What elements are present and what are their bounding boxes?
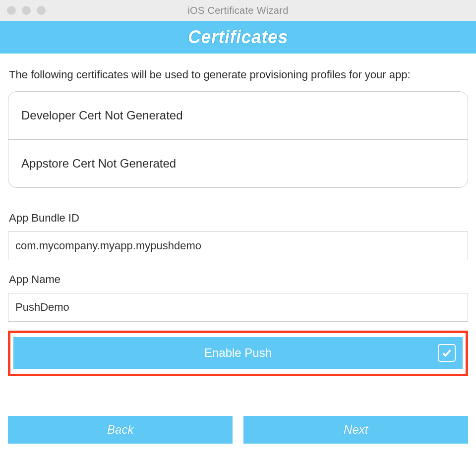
app-name-label: App Name [9, 273, 467, 286]
developer-cert-status: Developer Cert Not Generated [8, 92, 468, 139]
app-name-input[interactable] [8, 293, 468, 322]
checkbox-icon [438, 344, 456, 362]
back-button[interactable]: Back [8, 416, 233, 444]
bundle-id-input[interactable] [8, 231, 468, 260]
traffic-light-close[interactable] [7, 6, 16, 15]
certificates-list: Developer Cert Not Generated Appstore Ce… [8, 91, 468, 188]
page-title: Certificates [188, 27, 288, 48]
enable-push-label: Enable Push [204, 346, 272, 360]
next-button[interactable]: Next [243, 416, 468, 444]
intro-text: The following certificates will be used … [9, 68, 467, 81]
appstore-cert-status: Appstore Cert Not Generated [8, 139, 468, 187]
window-title: iOS Certificate Wizard [0, 5, 476, 16]
traffic-light-zoom[interactable] [37, 6, 46, 15]
bundle-id-label: App Bundle ID [9, 212, 467, 225]
traffic-light-minimize[interactable] [22, 6, 31, 15]
page-header: Certificates [0, 21, 476, 54]
enable-push-highlight: Enable Push [8, 331, 468, 376]
enable-push-toggle[interactable]: Enable Push [13, 337, 463, 369]
window-titlebar: iOS Certificate Wizard [0, 0, 476, 21]
